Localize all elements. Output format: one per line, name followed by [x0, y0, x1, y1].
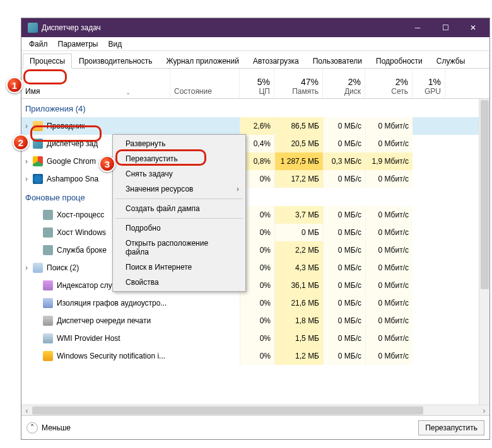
separator — [115, 218, 243, 219]
menubar: Файл Параметры Вид — [21, 37, 489, 51]
col-gpu[interactable]: 1%GPU — [413, 69, 445, 98]
chevron-up-icon: ˄ — [26, 422, 38, 434]
row-indexer[interactable]: Индексатор службы Microsoft ... 0% 36,1 … — [21, 277, 489, 294]
security-icon — [43, 351, 53, 361]
minimize-button[interactable]: ─ — [404, 18, 431, 37]
menu-view[interactable]: Вид — [103, 38, 127, 50]
row-wmi[interactable]: WMI Provider Host 0% 1,5 МБ 0 МБ/с 0 Мби… — [21, 330, 489, 347]
tab-performance[interactable]: Производительность — [72, 54, 159, 68]
tabbar: Процессы Производительность Журнал прило… — [21, 51, 489, 69]
context-menu: Развернуть Перезапустить Снять задачу Зн… — [112, 134, 246, 292]
row-explorer[interactable]: ›Проводник 2,6% 86,5 МБ 0 МБ/с 0 Мбит/с — [21, 117, 489, 135]
wmi-icon — [43, 333, 53, 343]
separator — [115, 198, 243, 199]
row-taskmgr[interactable]: ›Диспетчер зад 0,4% 20,5 МБ 0 МБ/с 0 Мби… — [21, 135, 489, 152]
chrome-icon — [33, 156, 43, 166]
expander-icon[interactable]: › — [21, 263, 32, 272]
close-button[interactable]: ✕ — [459, 18, 487, 37]
ctx-resource-values[interactable]: Значения ресурсов — [114, 181, 244, 197]
col-state[interactable]: Состояние — [170, 69, 240, 98]
row-search[interactable]: ›Поиск (2)🍃 0% 4,3 МБ 0 МБ/с 0 Мбит/с — [21, 259, 489, 277]
col-cpu[interactable]: 5%ЦП — [240, 69, 274, 98]
row-snap[interactable]: ›Ashampoo Sna 0% 17,2 МБ 0 МБ/с 0 Мбит/с — [21, 170, 489, 188]
menu-params[interactable]: Параметры — [53, 38, 103, 50]
ctx-expand[interactable]: Развернуть — [114, 136, 244, 151]
tab-services[interactable]: Службы — [430, 54, 472, 68]
scroll-right-icon[interactable]: › — [479, 405, 489, 416]
process-list: Приложения (4) ›Проводник 2,6% 86,5 МБ 0… — [21, 99, 489, 405]
group-apps[interactable]: Приложения (4) — [21, 99, 489, 117]
group-bg[interactable]: Фоновые проце — [21, 188, 489, 206]
annotation-badge-3: 3 — [99, 156, 115, 172]
audio-icon — [43, 298, 53, 308]
expander-icon[interactable]: › — [21, 157, 32, 166]
indexer-icon — [43, 280, 53, 290]
folder-icon — [33, 121, 43, 131]
expander-icon[interactable]: › — [21, 175, 32, 183]
tab-processes[interactable]: Процессы — [23, 54, 72, 69]
ctx-searchweb[interactable]: Поиск в Интернете — [114, 260, 244, 275]
tab-apphistory[interactable]: Журнал приложений — [160, 54, 246, 68]
process-icon — [43, 210, 53, 220]
row-hostwin[interactable]: Хост Windows 0% 0 МБ 0 МБ/с 0 Мбит/с — [21, 224, 489, 241]
menu-file[interactable]: Файл — [24, 38, 53, 50]
row-chrome[interactable]: ›Google Chrom 0,8% 1 287,5 МБ 0,3 МБ/с 1… — [21, 152, 489, 170]
tab-startup[interactable]: Автозагрузка — [246, 54, 306, 68]
taskmgr-icon — [33, 139, 43, 149]
task-manager-window: Диспетчер задач ─ ☐ ✕ Файл Параметры Вид… — [21, 18, 490, 440]
expander-icon[interactable]: › — [21, 122, 32, 130]
ctx-restart[interactable]: Перезапустить — [114, 151, 244, 166]
annotation-badge-1: 1 — [6, 77, 23, 93]
app-icon — [28, 23, 38, 33]
footer: ˄ Меньше Перезапустить — [21, 415, 489, 439]
maximize-button[interactable]: ☐ — [431, 18, 459, 37]
sort-chevron-icon: ⌄ — [126, 89, 131, 96]
scroll-left-icon[interactable]: ‹ — [21, 405, 32, 416]
titlebar[interactable]: Диспетчер задач ─ ☐ ✕ — [21, 18, 489, 37]
fewer-details-button[interactable]: ˄ Меньше — [26, 422, 71, 434]
row-audio[interactable]: Изоляция графов аудиоустро... 0% 21,6 МБ… — [21, 294, 489, 312]
col-disk[interactable]: 2%Диск — [323, 69, 365, 98]
col-net[interactable]: 2%Сеть — [365, 69, 413, 98]
row-secnotif[interactable]: Windows Security notification i... 0% 1,… — [21, 347, 489, 365]
ctx-details[interactable]: Подробно — [114, 221, 244, 236]
ctx-props[interactable]: Свойства — [114, 275, 244, 290]
col-name[interactable]: Имя ⌄ — [21, 69, 170, 98]
row-spooler[interactable]: Диспетчер очереди печати 0% 1,8 МБ 0 МБ/… — [21, 312, 489, 330]
restart-button[interactable]: Перезапустить — [418, 420, 484, 435]
scrollbar-thumb[interactable] — [32, 406, 423, 415]
process-icon — [43, 227, 53, 238]
ashampoo-icon — [33, 174, 43, 184]
scrollbar-vertical[interactable] — [479, 99, 489, 405]
window-title: Диспетчер задач — [42, 23, 404, 32]
tab-details[interactable]: Подробности — [369, 54, 430, 68]
process-icon — [43, 245, 53, 255]
row-broker[interactable]: Служба броке 0% 2,2 МБ 0 МБ/с 0 Мбит/с — [21, 241, 489, 259]
col-mem[interactable]: 47%Память — [274, 69, 323, 98]
tab-users[interactable]: Пользователи — [306, 54, 369, 68]
annotation-badge-2: 2 — [13, 134, 29, 151]
ctx-openloc[interactable]: Открыть расположение файла — [114, 236, 244, 260]
ctx-endtask[interactable]: Снять задачу — [114, 166, 244, 181]
scrollbar-horizontal[interactable]: ‹ › — [21, 405, 489, 415]
column-headers: Имя ⌄ Состояние 5%ЦП 47%Память 2%Диск 2%… — [21, 69, 489, 99]
col-name-label: Имя — [25, 87, 40, 96]
row-hostproc[interactable]: Хост-процесс 0% 3,7 МБ 0 МБ/с 0 Мбит/с — [21, 206, 489, 224]
scrollbar-thumb[interactable] — [481, 100, 489, 289]
search-icon — [33, 263, 43, 273]
ctx-dump[interactable]: Создать файл дампа — [114, 201, 244, 216]
printer-icon — [43, 316, 53, 326]
